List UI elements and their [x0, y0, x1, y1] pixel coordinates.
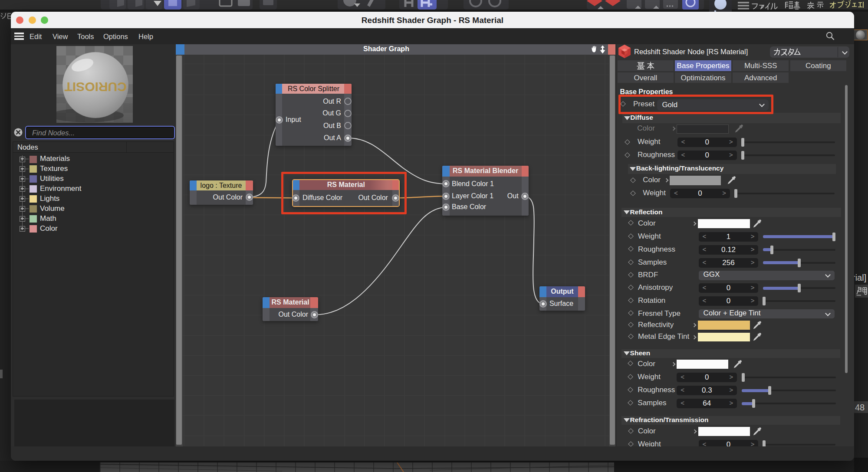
- svg-text:CURIOSIT: CURIOSIT: [65, 80, 127, 94]
